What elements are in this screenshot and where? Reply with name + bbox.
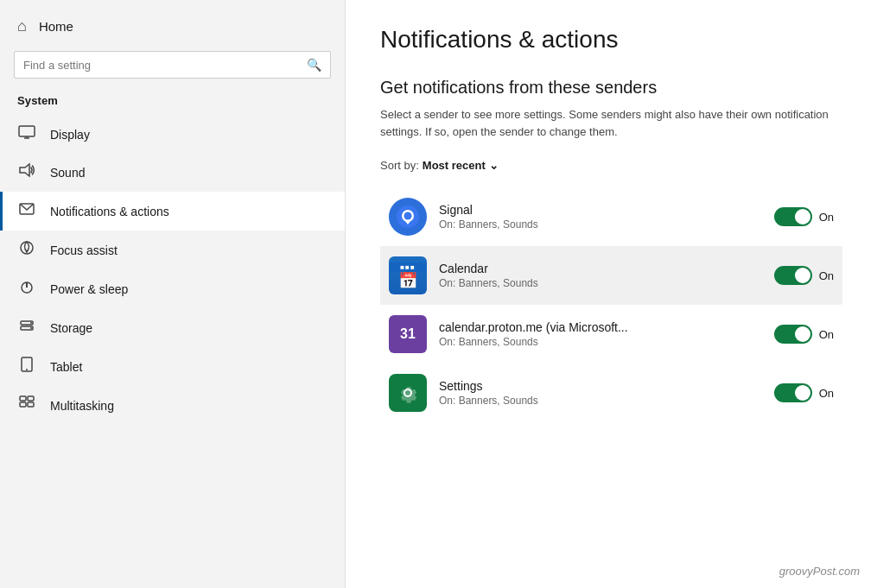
notif-item-signal[interactable]: Signal On: Banners, Sounds On xyxy=(380,187,842,246)
calendar-toggle-container: On xyxy=(774,266,834,285)
svg-marker-3 xyxy=(20,164,29,176)
settings-app-icon xyxy=(389,374,427,412)
sort-by-dropdown[interactable]: Most recent ⌄ xyxy=(423,159,499,172)
main-content: Notifications & actions Get notification… xyxy=(346,0,877,588)
calendar-status: On: Banners, Sounds xyxy=(439,277,762,289)
settings-info: Settings On: Banners, Sounds xyxy=(439,379,762,407)
proton-app-icon: 31 xyxy=(389,315,427,353)
settings-toggle-container: On xyxy=(774,383,834,402)
svg-rect-17 xyxy=(28,402,34,407)
calendar-app-icon: ■■■ 📅 xyxy=(389,256,427,294)
svg-rect-0 xyxy=(19,126,35,136)
sidebar-item-label-multitasking: Multitasking xyxy=(50,399,114,413)
page-title: Notifications & actions xyxy=(380,26,842,54)
calendar-toggle-label: On xyxy=(819,269,834,282)
svg-rect-14 xyxy=(20,396,26,401)
storage-icon xyxy=(17,318,36,338)
sort-by-label: Sort by: xyxy=(380,159,419,172)
signal-toggle[interactable] xyxy=(774,207,812,226)
signal-app-icon xyxy=(389,198,427,236)
sidebar-home-button[interactable]: ⌂ Home xyxy=(0,9,345,44)
calendar-toggle[interactable] xyxy=(774,266,812,285)
notif-item-settings[interactable]: Settings On: Banners, Sounds On xyxy=(380,364,842,422)
sort-by-value: Most recent xyxy=(423,159,486,172)
signal-status: On: Banners, Sounds xyxy=(439,218,762,231)
settings-name: Settings xyxy=(439,379,762,393)
sidebar-section-label: System xyxy=(0,91,345,116)
proton-toggle-container: On xyxy=(774,325,834,344)
sidebar-item-multitasking[interactable]: Multitasking xyxy=(0,386,345,425)
signal-toggle-label: On xyxy=(819,211,834,224)
sidebar-item-tablet[interactable]: Tablet xyxy=(0,347,345,386)
tablet-icon xyxy=(17,357,36,376)
proton-name: calendar.proton.me (via Microsoft... xyxy=(439,320,762,334)
multitasking-icon xyxy=(17,395,36,415)
sound-icon xyxy=(17,162,36,182)
watermark: groovyPost.com xyxy=(779,565,860,578)
sidebar-item-label-focus: Focus assist xyxy=(50,243,118,257)
search-icon: 🔍 xyxy=(307,58,321,72)
svg-point-13 xyxy=(26,369,28,370)
sidebar-home-label: Home xyxy=(39,19,73,34)
sidebar-item-notifications[interactable]: Notifications & actions xyxy=(0,192,345,231)
svg-rect-15 xyxy=(28,396,34,401)
section-description: Select a sender to see more settings. So… xyxy=(380,106,842,140)
focus-icon xyxy=(17,240,36,260)
signal-info: Signal On: Banners, Sounds xyxy=(439,203,762,231)
search-box[interactable]: 🔍 xyxy=(14,51,331,79)
notif-item-calendar[interactable]: ■■■ 📅 Calendar On: Banners, Sounds On xyxy=(380,246,842,305)
sidebar-item-label-display: Display xyxy=(50,128,90,142)
proton-info: calendar.proton.me (via Microsoft... On:… xyxy=(439,320,762,348)
home-icon: ⌂ xyxy=(17,17,27,35)
sidebar-item-label-storage: Storage xyxy=(50,321,92,335)
sidebar-item-power[interactable]: Power & sleep xyxy=(0,269,345,308)
sidebar-item-sound[interactable]: Sound xyxy=(0,153,345,192)
sidebar-item-storage[interactable]: Storage xyxy=(0,308,345,347)
notifications-icon xyxy=(17,201,36,221)
signal-toggle-container: On xyxy=(774,207,834,226)
settings-toggle-label: On xyxy=(819,387,834,400)
settings-toggle[interactable] xyxy=(774,383,812,402)
display-icon xyxy=(17,125,36,143)
svg-point-11 xyxy=(30,327,32,329)
svg-point-10 xyxy=(30,322,32,324)
proton-status: On: Banners, Sounds xyxy=(439,336,762,348)
calendar-name: Calendar xyxy=(439,262,762,275)
sidebar: ⌂ Home 🔍 System Display Sound Notificati… xyxy=(0,0,346,588)
sidebar-item-display[interactable]: Display xyxy=(0,116,345,153)
notif-item-proton[interactable]: 31 calendar.proton.me (via Microsoft... … xyxy=(380,305,842,364)
notifications-list: Signal On: Banners, Sounds On ■■■ 📅 Cale… xyxy=(380,187,842,422)
sidebar-item-focus[interactable]: Focus assist xyxy=(0,231,345,269)
signal-name: Signal xyxy=(439,203,762,217)
svg-rect-16 xyxy=(20,402,26,407)
calendar-info: Calendar On: Banners, Sounds xyxy=(439,262,762,289)
section-title: Get notifications from these senders xyxy=(380,78,842,98)
power-icon xyxy=(17,279,36,299)
proton-toggle[interactable] xyxy=(774,325,812,344)
sidebar-item-label-power: Power & sleep xyxy=(50,282,128,296)
settings-status: On: Banners, Sounds xyxy=(439,395,762,407)
sidebar-item-label-sound: Sound xyxy=(50,166,85,180)
search-input[interactable] xyxy=(23,59,307,72)
sort-row: Sort by: Most recent ⌄ xyxy=(380,159,842,172)
sort-chevron-icon: ⌄ xyxy=(489,159,499,172)
sidebar-item-label-notifications: Notifications & actions xyxy=(50,205,169,218)
sidebar-item-label-tablet: Tablet xyxy=(50,360,82,374)
svg-point-20 xyxy=(404,212,412,220)
proton-toggle-label: On xyxy=(819,328,834,341)
